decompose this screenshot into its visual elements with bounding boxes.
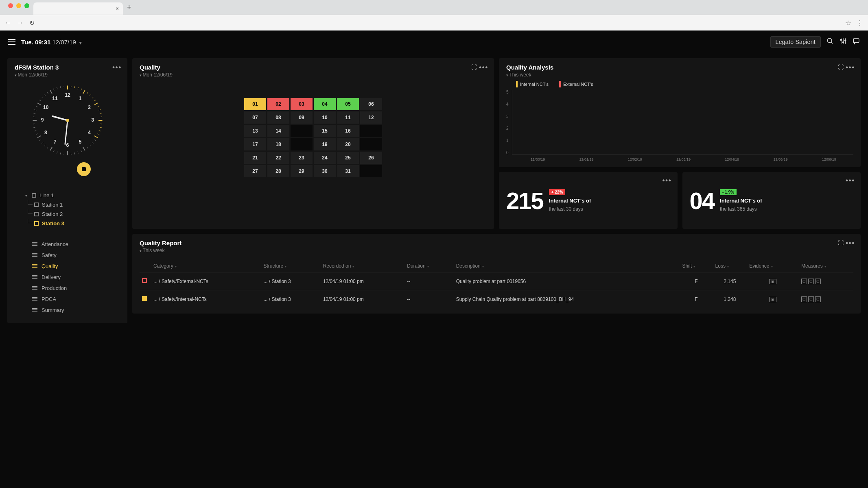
checkbox-icon[interactable]: [34, 212, 39, 216]
bookmark-icon[interactable]: ☆: [845, 19, 851, 27]
column-header[interactable]: Category▾: [151, 260, 261, 272]
calendar-day[interactable]: 24: [314, 152, 336, 164]
current-time: Tue. 09:31: [21, 39, 50, 46]
calendar-day[interactable]: 13: [244, 125, 266, 137]
nav-item-production[interactable]: Production: [32, 283, 120, 294]
kpi-badge: - 1.9%: [720, 189, 737, 195]
measure-button[interactable]: ▢: [808, 296, 814, 302]
calendar-day[interactable]: 27: [244, 165, 266, 177]
calendar-day[interactable]: 06: [360, 98, 382, 110]
column-header[interactable]: Evidence▾: [747, 260, 799, 272]
calendar-day[interactable]: 23: [291, 152, 313, 164]
stop-button[interactable]: [77, 162, 91, 176]
forward-button[interactable]: →: [17, 19, 24, 26]
menu-icon[interactable]: [8, 39, 15, 45]
calendar-day[interactable]: 03: [291, 98, 313, 110]
calendar-day[interactable]: 04: [314, 98, 336, 110]
calendar-day[interactable]: 09: [291, 111, 313, 124]
minimize-window[interactable]: [16, 3, 21, 8]
svg-line-42: [57, 152, 57, 154]
calendar-day[interactable]: 05: [337, 98, 359, 110]
nav-item-pdca[interactable]: PDCA: [32, 294, 120, 305]
table-row[interactable]: ... / Safety/Internal-NCTs ... / Station…: [140, 290, 853, 308]
calendar-day[interactable]: 08: [267, 111, 289, 124]
close-window[interactable]: [8, 3, 13, 8]
svg-text:1: 1: [79, 96, 81, 101]
tree-item[interactable]: Station 1: [25, 200, 120, 209]
column-header[interactable]: Description▾: [454, 260, 680, 272]
column-header[interactable]: Recorded on▾: [321, 260, 405, 272]
measure-button[interactable]: ▢: [815, 296, 821, 302]
more-icon[interactable]: •••: [846, 177, 855, 184]
calendar-day[interactable]: 19: [314, 138, 336, 150]
measure-button[interactable]: ▢: [815, 279, 821, 284]
comment-icon[interactable]: [853, 37, 860, 47]
calendar-day[interactable]: 22: [267, 152, 289, 164]
calendar-day[interactable]: 31: [337, 165, 359, 177]
expand-icon[interactable]: ⛶: [838, 64, 844, 70]
calendar-day[interactable]: 12: [360, 111, 382, 124]
tree-item[interactable]: Station 2: [25, 209, 120, 219]
calendar-day[interactable]: 18: [267, 138, 289, 150]
calendar-day[interactable]: 29: [291, 165, 313, 177]
browser-tab[interactable]: ×: [33, 2, 123, 15]
more-icon[interactable]: •••: [479, 64, 488, 71]
column-header[interactable]: Measures▾: [799, 260, 853, 272]
table-row[interactable]: ... / Safety/External-NCTs ... / Station…: [140, 272, 853, 290]
calendar-day[interactable]: 20: [337, 138, 359, 150]
column-header[interactable]: Shift▾: [680, 260, 713, 272]
svg-line-44: [50, 147, 52, 150]
sliders-icon[interactable]: [840, 37, 847, 47]
analysis-title: Quality Analysis: [506, 64, 853, 71]
column-header[interactable]: Loss▾: [713, 260, 747, 272]
back-button[interactable]: ←: [5, 19, 11, 26]
calendar-day[interactable]: 14: [267, 125, 289, 137]
browser-menu-icon[interactable]: ⋮: [857, 19, 863, 27]
calendar-day: [360, 125, 382, 137]
evidence-icon[interactable]: ▣: [769, 279, 776, 284]
measure-button[interactable]: ▢: [808, 279, 814, 284]
calendar-day[interactable]: 25: [337, 152, 359, 164]
datetime-selector[interactable]: Tue. 09:31 12/07/19 ▾: [21, 39, 82, 46]
more-icon[interactable]: •••: [846, 64, 855, 71]
measure-button[interactable]: ▢: [801, 279, 807, 284]
calendar-day[interactable]: 01: [244, 98, 266, 110]
calendar-day[interactable]: 30: [314, 165, 336, 177]
expand-icon[interactable]: ⛶: [471, 64, 477, 70]
nav-item-attendance[interactable]: Attendance: [32, 239, 120, 250]
measure-button[interactable]: ▢: [801, 296, 807, 302]
calendar-day[interactable]: 17: [244, 138, 266, 150]
calendar-day[interactable]: 11: [337, 111, 359, 124]
checkbox-icon[interactable]: [34, 221, 39, 226]
close-tab-icon[interactable]: ×: [116, 5, 119, 12]
calendar-day[interactable]: 16: [337, 125, 359, 137]
svg-text:3: 3: [91, 117, 94, 123]
search-icon[interactable]: [826, 37, 834, 47]
nav-item-summary[interactable]: Summary: [32, 305, 120, 316]
expand-icon[interactable]: ⛶: [838, 240, 844, 246]
evidence-icon[interactable]: ▣: [769, 297, 776, 302]
more-icon[interactable]: •••: [846, 240, 855, 247]
calendar-day[interactable]: 02: [267, 98, 289, 110]
more-icon[interactable]: •••: [112, 64, 122, 71]
calendar-day[interactable]: 07: [244, 111, 266, 124]
checkbox-icon[interactable]: [34, 203, 39, 207]
new-tab-button[interactable]: +: [127, 3, 131, 12]
column-header[interactable]: Duration▾: [404, 260, 453, 272]
nav-item-delivery[interactable]: Delivery: [32, 272, 120, 283]
maximize-window[interactable]: [24, 3, 29, 8]
tree-item[interactable]: Station 3: [25, 219, 120, 228]
svg-line-29: [94, 136, 97, 138]
nav-item-safety[interactable]: Safety: [32, 250, 120, 261]
nav-item-quality[interactable]: Quality: [32, 261, 120, 272]
reload-button[interactable]: ↻: [29, 19, 35, 27]
calendar-day[interactable]: 10: [314, 111, 336, 124]
more-icon[interactable]: •••: [662, 177, 672, 184]
calendar-day[interactable]: 28: [267, 165, 289, 177]
calendar-day[interactable]: 15: [314, 125, 336, 137]
tree-root[interactable]: ▾ Line 1: [25, 191, 120, 200]
checkbox-icon[interactable]: [32, 193, 36, 198]
calendar-day[interactable]: 26: [360, 152, 382, 164]
column-header[interactable]: Structure▾: [261, 260, 320, 272]
calendar-day[interactable]: 21: [244, 152, 266, 164]
